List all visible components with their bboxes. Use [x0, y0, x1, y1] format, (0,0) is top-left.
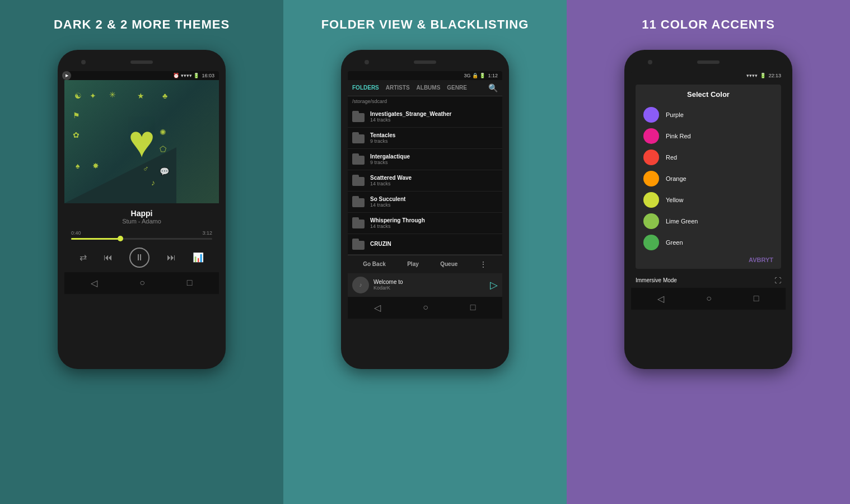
- back-nav-icon-1[interactable]: ◁: [91, 278, 97, 288]
- folder-icon: [352, 239, 366, 250]
- time-current: 0:40: [71, 230, 81, 236]
- status-bar-2: 3G 🔒 🔋 1:12: [348, 71, 502, 80]
- status-icons-2: 3G 🔒 🔋: [464, 73, 485, 78]
- recents-nav-icon-3[interactable]: □: [754, 293, 759, 304]
- home-nav-icon-2[interactable]: ○: [423, 302, 428, 312]
- status-time-2: 1:12: [488, 73, 498, 78]
- star-icon: ★: [137, 91, 144, 100]
- folder-tracks: 14 tracks: [370, 181, 498, 186]
- recents-nav-icon-1[interactable]: □: [187, 278, 193, 288]
- album-art: ☯ ✦ ✳ ★ ♣ ⚑ ✿ ✺ ⬠ ♠ ✸ ♂ 💬 ♪ ♥: [64, 80, 219, 203]
- folder-list: Investigates_Strange_Weather 14 tracks T…: [348, 106, 502, 255]
- folder-icon: [352, 175, 366, 186]
- phone-camera-2: [365, 60, 369, 64]
- folder-icon: [352, 196, 366, 207]
- play-button[interactable]: Play: [407, 261, 419, 267]
- progress-bar-container[interactable]: 0:40 3:12: [64, 227, 219, 243]
- color-option-lime-green[interactable]: Lime Green: [641, 211, 776, 232]
- folder-icon: [352, 153, 366, 165]
- now-playing-title: Welcome to: [373, 279, 490, 285]
- list-item[interactable]: CRUZIN: [348, 234, 502, 255]
- panel-folder-view: FOLDER VIEW & BLACKLISTING 3G 🔒 🔋 1:12 F…: [283, 0, 567, 504]
- status-icons-1: ⏰ ▾▾▾▾ 🔋: [173, 73, 199, 78]
- folder-tracks: 9 tracks: [370, 160, 498, 165]
- color-dot-pink-red: [643, 128, 659, 144]
- time-row: 0:40 3:12: [71, 230, 212, 236]
- color-option-red[interactable]: Red: [641, 147, 776, 168]
- color-label-orange: Orange: [666, 175, 686, 182]
- recents-nav-icon-2[interactable]: □: [470, 302, 476, 312]
- list-item[interactable]: Investigates_Strange_Weather 14 tracks: [348, 106, 502, 128]
- list-item[interactable]: Scattered Wave 14 tracks: [348, 170, 502, 192]
- pause-button[interactable]: ⏸: [129, 248, 150, 268]
- tab-folders[interactable]: FOLDERS: [352, 85, 379, 91]
- yin-yang-icon: ☯: [74, 91, 82, 100]
- tab-genre[interactable]: GENRE: [447, 85, 467, 91]
- color-option-pink-red[interactable]: Pink Red: [641, 125, 776, 147]
- folder-tracks: 14 tracks: [370, 202, 498, 208]
- flower-icon: ✿: [73, 130, 80, 139]
- phone-nav-bar-3: ◁ ○ □: [631, 288, 786, 310]
- battery-icon: 🔋: [760, 73, 766, 78]
- color-option-orange[interactable]: Orange: [641, 168, 776, 189]
- folder-text: Scattered Wave 14 tracks: [370, 175, 498, 186]
- folder-name: Whispering Through: [370, 217, 498, 223]
- folder-name: Intergalactique: [370, 153, 498, 160]
- dialog-footer: AVBRYT: [641, 253, 776, 263]
- queue-button[interactable]: Queue: [440, 261, 457, 267]
- pentagon-icon: ⬠: [160, 144, 166, 153]
- search-icon[interactable]: 🔍: [488, 83, 498, 92]
- back-nav-icon-3[interactable]: ◁: [657, 293, 664, 304]
- list-item[interactable]: So Succulent 14 tracks: [348, 192, 502, 213]
- folder-name: Investigates_Strange_Weather: [370, 111, 498, 117]
- phone-speaker-1: [130, 60, 153, 64]
- cancel-button[interactable]: AVBRYT: [749, 256, 773, 263]
- home-nav-icon-3[interactable]: ○: [706, 293, 712, 304]
- tab-artists[interactable]: ARTISTS: [386, 85, 410, 91]
- spade-icon: ♠: [76, 161, 80, 170]
- now-playing-info: Welcome to KodarK: [373, 279, 490, 291]
- shuffle-icon[interactable]: ⇄: [80, 252, 87, 263]
- color-label-lime-green: Lime Green: [666, 218, 698, 225]
- color-dot-green: [643, 235, 659, 250]
- phone-screen-1: ▶ ⏰ ▾▾▾▾ 🔋 16:03 ☯ ✦ ✳ ★ ♣ ⚑ ✿ ✺ ⬠ ♠: [64, 71, 219, 362]
- signal-icon: ▾▾▾▾: [746, 73, 758, 78]
- color-option-green[interactable]: Green: [641, 232, 776, 253]
- panel2-title: FOLDER VIEW & BLACKLISTING: [321, 17, 529, 33]
- back-nav-icon-2[interactable]: ◁: [374, 302, 381, 313]
- next-icon[interactable]: ⏭: [167, 253, 176, 263]
- color-dot-purple: [643, 107, 659, 123]
- color-label-green: Green: [666, 239, 683, 246]
- folder-text: Whispering Through 14 tracks: [370, 217, 498, 229]
- go-back-button[interactable]: Go Back: [363, 261, 386, 267]
- immersive-label: Immersive Mode: [636, 277, 677, 283]
- immersive-mode-bar: Immersive Mode ⛶: [631, 273, 786, 288]
- list-item[interactable]: Whispering Through 14 tracks: [348, 213, 502, 234]
- phone-top-bar-1: [64, 57, 219, 68]
- color-picker-title: Select Color: [641, 90, 776, 99]
- tab-albums[interactable]: ALBUMS: [417, 85, 441, 91]
- equalizer-icon[interactable]: 📊: [193, 252, 204, 263]
- time-total: 3:12: [202, 230, 212, 236]
- color-label-purple: Purple: [666, 111, 684, 118]
- list-item[interactable]: Tentacles 9 tracks: [348, 128, 502, 149]
- panel-color-accents: 11 COLOR ACCENTS ▾▾▾▾ 🔋 22:13 Select Col…: [567, 0, 850, 504]
- now-playing-thumbnail: ♪: [352, 277, 369, 293]
- more-options-icon[interactable]: ⋮: [479, 260, 487, 269]
- color-option-purple[interactable]: Purple: [641, 104, 776, 125]
- prev-icon[interactable]: ⏮: [104, 253, 113, 263]
- now-playing-bar[interactable]: ♪ Welcome to KodarK ▷: [348, 273, 502, 297]
- progress-bar[interactable]: [71, 238, 212, 240]
- music-icon: ♪: [151, 178, 155, 187]
- panel-dark-theme: DARK 2 & 2 MORE THEMES ▶ ⏰ ▾▾▾▾ 🔋 16:03 …: [0, 0, 283, 504]
- list-item[interactable]: Intergalactique 9 tracks: [348, 149, 502, 170]
- phone-frame-2: 3G 🔒 🔋 1:12 FOLDERS ARTISTS ALBUMS GENRE…: [341, 50, 509, 369]
- color-label-yellow: Yellow: [666, 197, 683, 203]
- folder-name: So Succulent: [370, 196, 498, 202]
- now-playing-arrow[interactable]: ▷: [490, 279, 498, 291]
- color-option-yellow[interactable]: Yellow: [641, 189, 776, 211]
- phone-nav-bar-2: ◁ ○ □: [348, 297, 502, 319]
- home-nav-icon-1[interactable]: ○: [139, 278, 145, 288]
- folder-text: CRUZIN: [370, 241, 498, 247]
- bubble-icon: 💬: [160, 167, 169, 176]
